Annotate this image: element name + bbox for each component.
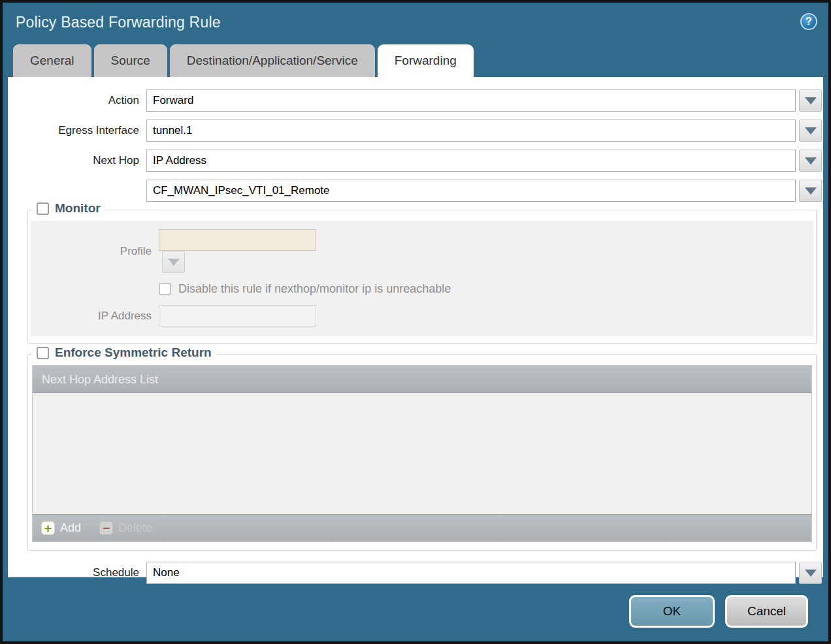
schedule-input[interactable] [146, 562, 796, 584]
dialog-titlebar: Policy Based Forwarding Rule ? [3, 3, 828, 44]
dialog-footer: OK Cancel [3, 577, 828, 628]
next-hop-row: Next Hop [8, 150, 822, 172]
next-hop-address-list-header: Next Hop Address List [33, 366, 811, 393]
monitor-legend: Monitor [32, 201, 105, 216]
profile-input[interactable] [159, 229, 316, 251]
monitor-ip-address-row: IP Address [31, 305, 808, 327]
chevron-down-icon [168, 259, 180, 266]
ok-button[interactable]: OK [629, 595, 715, 628]
symmetric-return-checkbox[interactable] [37, 347, 49, 359]
schedule-label: Schedule [8, 566, 146, 579]
next-hop-label: Next Hop [8, 154, 146, 167]
next-hop-address-input[interactable] [146, 180, 796, 202]
symmetric-return-fieldset: Enforce Symmetric Return Next Hop Addres… [27, 354, 817, 551]
help-icon[interactable]: ? [800, 13, 817, 30]
minus-icon: − [99, 521, 113, 535]
pbf-rule-dialog: Policy Based Forwarding Rule ? General S… [3, 3, 828, 641]
profile-row: Profile [31, 229, 808, 273]
next-hop-address-dropdown-button[interactable] [799, 180, 822, 202]
action-row: Action [8, 89, 822, 112]
profile-dropdown-button [162, 251, 185, 273]
egress-interface-input[interactable] [146, 120, 796, 142]
chevron-down-icon [805, 187, 817, 195]
schedule-dropdown-button[interactable] [799, 562, 822, 584]
next-hop-type-input[interactable] [146, 150, 796, 172]
add-button[interactable]: + Add [41, 521, 81, 535]
next-hop-dropdown-button[interactable] [799, 150, 822, 172]
tab-general[interactable]: General [13, 44, 91, 77]
tab-source[interactable]: Source [94, 44, 167, 77]
profile-label: Profile [31, 245, 159, 258]
monitor-body: Profile Disable this rule if nexthop/mon… [31, 221, 813, 336]
tab-forwarding[interactable]: Forwarding [378, 44, 474, 77]
action-input[interactable] [146, 89, 796, 112]
chevron-down-icon [805, 157, 817, 165]
monitor-ip-address-label: IP Address [31, 310, 159, 323]
screenshot-frame: Policy Based Forwarding Rule ? General S… [0, 0, 831, 644]
egress-interface-row: Egress Interface [8, 120, 822, 142]
dialog-title: Policy Based Forwarding Rule [16, 14, 221, 31]
forwarding-tab-panel: Action Egress Interface [8, 77, 823, 577]
chevron-down-icon [805, 97, 817, 105]
next-hop-address-row [8, 180, 822, 202]
disable-rule-checkbox-label: Disable this rule if nexthop/monitor ip … [178, 282, 451, 296]
symmetric-return-legend: Enforce Symmetric Return [32, 346, 216, 360]
action-dropdown-button[interactable] [799, 89, 822, 112]
disable-rule-checkbox[interactable] [159, 283, 171, 295]
symmetric-return-legend-label: Enforce Symmetric Return [55, 346, 212, 360]
plus-icon: + [41, 521, 55, 535]
monitor-fieldset: Monitor Profile [27, 210, 817, 344]
tab-bar: General Source Destination/Application/S… [13, 44, 828, 77]
egress-interface-dropdown-button[interactable] [799, 120, 822, 142]
monitor-legend-label: Monitor [55, 201, 101, 216]
delete-button-label: Delete [118, 521, 152, 535]
disable-rule-row: Disable this rule if nexthop/monitor ip … [31, 282, 808, 296]
next-hop-address-list-body[interactable] [33, 393, 811, 514]
monitor-ip-address-input[interactable] [159, 305, 316, 327]
delete-button[interactable]: − Delete [99, 521, 152, 535]
cancel-button[interactable]: Cancel [725, 595, 808, 628]
monitor-checkbox[interactable] [37, 202, 49, 215]
action-label: Action [8, 94, 146, 107]
chevron-down-icon [805, 127, 817, 135]
add-button-label: Add [60, 521, 81, 535]
tab-destination-application-service[interactable]: Destination/Application/Service [170, 44, 375, 77]
next-hop-address-list-table: Next Hop Address List + Add − Delete [32, 365, 812, 542]
chevron-down-icon [805, 570, 817, 577]
egress-interface-label: Egress Interface [8, 124, 146, 137]
next-hop-address-list-toolbar: + Add − Delete [33, 514, 811, 541]
